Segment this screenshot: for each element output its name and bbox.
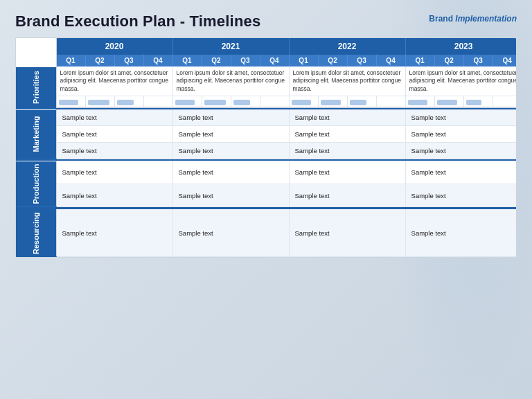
marketing-r3-2020: Sample text (56, 142, 172, 159)
year-2022-header: 2022 (289, 38, 405, 55)
resourcing-r1-2022: Sample text (289, 209, 405, 257)
q4-2023: Q4 (493, 55, 517, 66)
production-r1-2023: Sample text (405, 161, 517, 184)
priority-text-2022: Lorem ipsum dolor sit amet, consectetuer… (289, 66, 405, 96)
marketing-row-1: Marketing Sample text Sample text Sample… (16, 109, 517, 126)
q2-2020: Q2 (85, 55, 114, 66)
marketing-row-2: Sample text Sample text Sample text Samp… (16, 125, 517, 142)
marketing-label: Marketing (16, 109, 56, 159)
priority-text-2022-content: Lorem ipsum dolor sit amet, consectetuer… (293, 69, 402, 93)
gantt-q1-2022 (289, 96, 318, 107)
gantt-q3-2021 (231, 96, 260, 107)
production-r2-2023: Sample text (405, 184, 517, 207)
marketing-r2-2020: Sample text (56, 125, 172, 142)
gantt-q3-2023 (463, 96, 493, 107)
q1-2021: Q1 (172, 55, 202, 66)
marketing-r2-2022: Sample text (289, 125, 405, 142)
marketing-r1-2023: Sample text (405, 109, 517, 126)
year-2023-header: 2023 (405, 38, 517, 55)
production-r1-2022: Sample text (289, 161, 405, 184)
q4-2020: Q4 (143, 55, 172, 66)
gantt-q1-2020 (56, 96, 85, 107)
resourcing-r1-2020: Sample text (56, 209, 172, 257)
marketing-r3-2022: Sample text (289, 142, 405, 159)
q1-2020: Q1 (56, 55, 85, 66)
quarter-header-row: Q1 Q2 Q3 Q4 Q1 Q2 Q3 Q4 Q1 Q2 Q3 Q4 Q1 Q… (16, 55, 517, 66)
production-r2-2021: Sample text (172, 184, 289, 207)
priority-text-2020: Lorem ipsum dolor sit amet, consectetuer… (56, 66, 172, 96)
resourcing-label: Resourcing (16, 209, 56, 257)
gantt-q3-2022 (347, 96, 376, 107)
gantt-q4-2020 (143, 96, 172, 107)
production-r2-2022: Sample text (289, 184, 405, 207)
q3-2023: Q3 (463, 55, 493, 66)
priorities-text-row: Priorities Lorem ipsum dolor sit amet, c… (16, 66, 517, 96)
production-r2-2020: Sample text (56, 184, 172, 207)
resourcing-r1-2021: Sample text (172, 209, 289, 257)
production-r1-2021: Sample text (172, 161, 289, 184)
marketing-r2-2023: Sample text (405, 125, 517, 142)
q3-2022: Q3 (347, 55, 376, 66)
priority-text-2021-content: Lorem ipsum dolor sit amet, consectetuer… (177, 69, 285, 93)
q4-2021: Q4 (260, 55, 289, 66)
priority-text-2020-content: Lorem ipsum dolor sit amet, consectetuer… (60, 69, 169, 93)
gantt-q2-2020 (85, 96, 114, 107)
gantt-q2-2023 (434, 96, 463, 107)
q2-2021: Q2 (202, 55, 231, 66)
marketing-r2-2021: Sample text (172, 125, 289, 142)
marketing-r1-2020: Sample text (56, 109, 172, 126)
label-col-header (16, 38, 56, 55)
timeline-table-wrapper: 2020 2021 2022 2023 Q1 Q2 Q3 Q4 Q1 Q2 Q3… (15, 37, 517, 258)
gantt-q2-2022 (318, 96, 347, 107)
marketing-row-3: Sample text Sample text Sample text Samp… (16, 142, 517, 159)
q4-2022: Q4 (376, 55, 405, 66)
q3-2021: Q3 (231, 55, 260, 66)
year-2020-header: 2020 (56, 38, 172, 55)
gantt-q2-2021 (202, 96, 231, 107)
brand-tag: Brand Implementation (429, 12, 517, 24)
production-label: Production (16, 161, 56, 207)
priority-text-2021: Lorem ipsum dolor sit amet, consectetuer… (172, 66, 289, 96)
gantt-q4-2021 (260, 96, 289, 107)
gantt-q3-2020 (114, 96, 143, 107)
gantt-q4-2023 (493, 96, 517, 107)
year-2021-header: 2021 (172, 38, 289, 55)
brand-italic: Implementation (455, 14, 517, 24)
page-title: Brand Execution Plan - Timelines (15, 12, 260, 30)
marketing-r3-2021: Sample text (172, 142, 289, 159)
page-container: Brand Execution Plan - Timelines Brand I… (0, 0, 532, 266)
brand-text: Brand (429, 14, 453, 24)
marketing-r1-2022: Sample text (289, 109, 405, 126)
resourcing-r1-2023: Sample text (405, 209, 517, 257)
gantt-q4-2022 (376, 96, 405, 107)
q1-2023: Q1 (405, 55, 434, 66)
year-header-row: 2020 2021 2022 2023 (16, 38, 517, 55)
marketing-r3-2023: Sample text (405, 142, 517, 159)
production-row-1: Production Sample text Sample text Sampl… (16, 161, 517, 184)
marketing-r1-2021: Sample text (172, 109, 289, 126)
header-area: Brand Execution Plan - Timelines Brand I… (15, 12, 517, 30)
production-row-2: Sample text Sample text Sample text Samp… (16, 184, 517, 207)
gantt-q1-2021 (172, 96, 202, 107)
priority-text-2023: Lorem ipsum dolor sit amet, consectetuer… (405, 66, 517, 96)
q3-2020: Q3 (114, 55, 143, 66)
priority-text-2023-content: Lorem ipsum dolor sit amet, consectetuer… (409, 69, 517, 93)
timeline-table: 2020 2021 2022 2023 Q1 Q2 Q3 Q4 Q1 Q2 Q3… (16, 38, 517, 257)
resourcing-row-1: Resourcing Sample text Sample text Sampl… (16, 209, 517, 257)
q2-2022: Q2 (318, 55, 347, 66)
q2-2023: Q2 (434, 55, 463, 66)
priorities-gantt-row (16, 96, 517, 107)
gantt-q1-2023 (405, 96, 434, 107)
label-col-quarter (16, 55, 56, 66)
q1-2022: Q1 (289, 55, 318, 66)
production-r1-2020: Sample text (56, 161, 172, 184)
priorities-label: Priorities (16, 66, 56, 107)
